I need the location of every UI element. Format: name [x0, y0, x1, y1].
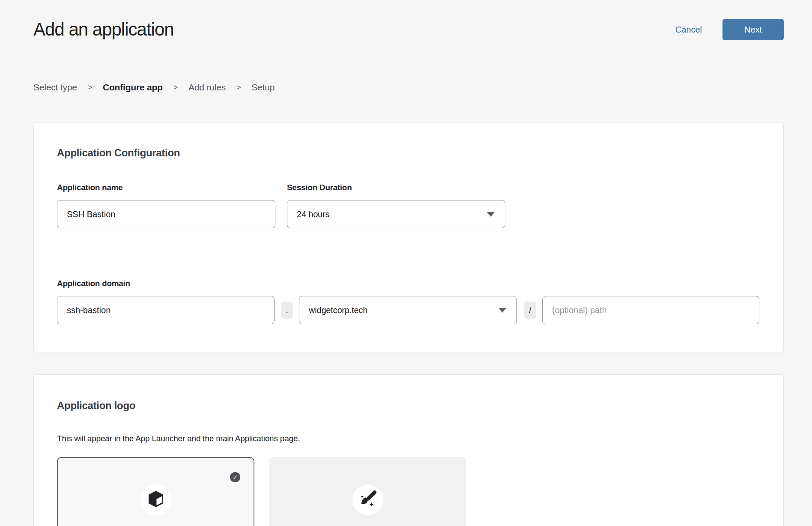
- application-name-field-group: Application name: [57, 183, 275, 228]
- breadcrumb-separator: >: [236, 83, 241, 92]
- breadcrumb-step-select-type[interactable]: Select type: [33, 82, 77, 93]
- application-domain-label: Application domain: [57, 279, 760, 288]
- breadcrumb: Select type > Configure app > Add rules …: [33, 82, 784, 93]
- domain-select-value: widgetcorp.tech: [309, 305, 367, 315]
- application-logo-card: Application logo This will appear in the…: [33, 374, 784, 526]
- session-duration-select[interactable]: 24 hours: [287, 200, 505, 228]
- application-domain-field-group: Application domain . widgetcorp.tech /: [57, 279, 760, 324]
- chevron-down-icon: [499, 308, 506, 313]
- logo-heading: Application logo: [57, 400, 760, 412]
- logo-description: This will appear in the App Launcher and…: [57, 434, 760, 443]
- configuration-heading: Application Configuration: [57, 147, 760, 159]
- breadcrumb-step-configure-app[interactable]: Configure app: [103, 82, 163, 93]
- application-domain-row: . widgetcorp.tech /: [57, 296, 760, 324]
- logo-options: ✓: [57, 457, 760, 526]
- session-duration-field-group: Session Duration 24 hours: [287, 183, 505, 228]
- session-duration-value: 24 hours: [297, 209, 329, 219]
- breadcrumb-step-add-rules[interactable]: Add rules: [188, 82, 226, 93]
- application-name-label: Application name: [57, 183, 275, 192]
- path-input[interactable]: [542, 296, 759, 324]
- subdomain-input[interactable]: [57, 296, 275, 324]
- chevron-down-icon: [487, 212, 495, 217]
- application-configuration-card: Application Configuration Application na…: [33, 123, 784, 353]
- header-actions: Cancel Next: [675, 19, 784, 40]
- cube-icon: [146, 490, 165, 510]
- logo-option-default[interactable]: ✓: [57, 457, 254, 526]
- logo-circle: [140, 484, 171, 515]
- application-name-input[interactable]: [57, 200, 275, 228]
- page-title: Add an application: [33, 19, 174, 40]
- name-duration-row: Application name Session Duration 24 hou…: [57, 183, 760, 228]
- next-button[interactable]: Next: [722, 19, 784, 40]
- breadcrumb-separator: >: [88, 83, 92, 92]
- page-header: Add an application Cancel Next: [33, 0, 784, 40]
- paintbrush-sparkle-icon: [358, 489, 378, 511]
- logo-option-custom[interactable]: [269, 457, 466, 526]
- selected-check-icon: ✓: [230, 472, 240, 482]
- logo-circle: [352, 484, 383, 515]
- breadcrumb-step-setup[interactable]: Setup: [251, 82, 275, 93]
- page-container: Add an application Cancel Next Select ty…: [33, 0, 784, 526]
- session-duration-label: Session Duration: [287, 183, 505, 192]
- domain-select[interactable]: widgetcorp.tech: [299, 296, 517, 324]
- breadcrumb-separator: >: [173, 83, 178, 92]
- cancel-button[interactable]: Cancel: [675, 25, 702, 35]
- slash-separator: /: [524, 302, 536, 319]
- dot-separator: .: [281, 302, 293, 319]
